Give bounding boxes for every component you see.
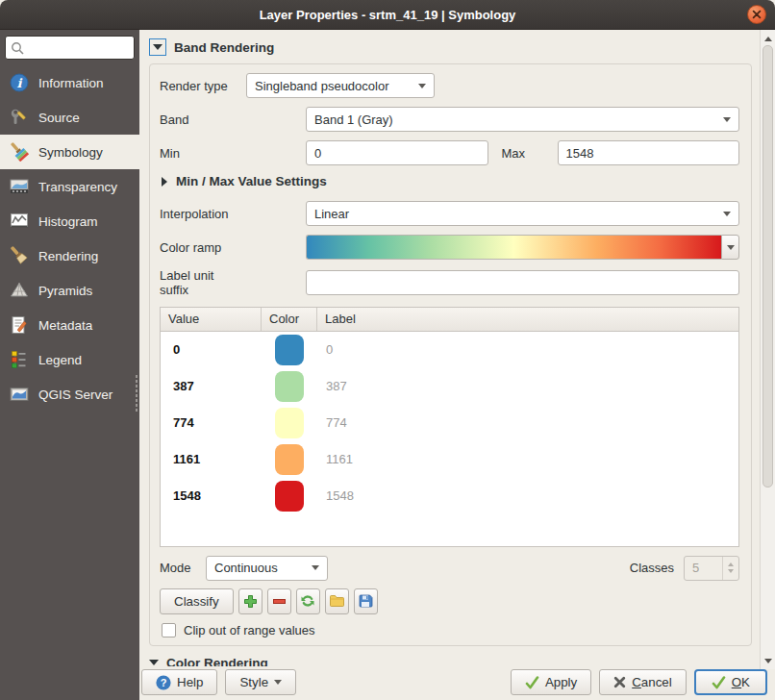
cancel-button[interactable]: Cancel: [599, 669, 687, 695]
band-rendering-title: Band Rendering: [174, 40, 274, 55]
close-icon: [752, 10, 762, 19]
table-row[interactable]: 15481548: [161, 478, 738, 514]
close-button[interactable]: [747, 5, 766, 24]
info-icon: i: [9, 72, 30, 93]
sidebar-item-symbology[interactable]: Symbology: [0, 135, 139, 169]
add-button[interactable]: [238, 588, 262, 614]
help-button[interactable]: ? Help: [141, 669, 217, 695]
table-row[interactable]: 11611161: [161, 441, 738, 478]
rendering-icon: [9, 245, 30, 266]
folder-icon: [329, 593, 344, 609]
max-value: 1548: [566, 146, 594, 161]
color-ramp-control[interactable]: [306, 235, 739, 260]
row-value[interactable]: 387: [161, 379, 262, 393]
row-label[interactable]: 1548: [317, 488, 354, 503]
color-swatch[interactable]: [275, 408, 304, 438]
refresh-button[interactable]: [296, 588, 320, 614]
sidebar-item-metadata[interactable]: Metadata: [0, 308, 139, 342]
color-map-body: 003873877747741161116115481548: [161, 332, 738, 514]
render-type-select[interactable]: Singleband pseudocolor: [246, 73, 435, 98]
band-rendering-group: Render type Singleband pseudocolor Band …: [149, 63, 752, 646]
color-map-table[interactable]: Value Color Label 0038738777477411611161…: [160, 307, 739, 547]
window-title: Layer Properties - srtm_41_19 | Symbolog…: [260, 8, 516, 22]
color-swatch[interactable]: [275, 481, 304, 512]
remove-icon: [272, 594, 287, 609]
interpolation-value: Linear: [314, 207, 349, 221]
render-type-label: Render type: [160, 79, 246, 93]
classify-toolbar: [238, 588, 378, 614]
splitter-handle[interactable]: [135, 374, 138, 412]
row-value[interactable]: 1161: [161, 452, 262, 466]
sidebar-item-information[interactable]: iInformation: [0, 65, 139, 100]
transparency-icon: [9, 176, 30, 197]
histogram-icon: [9, 211, 30, 232]
band-rendering-collapse-button[interactable]: [149, 38, 166, 56]
scrollbar-thumb[interactable]: [762, 45, 773, 488]
classes-value: 5: [685, 561, 722, 575]
render-type-value: Singleband pseudocolor: [255, 79, 389, 93]
remove-button[interactable]: [267, 588, 291, 614]
sidebar-item-legend[interactable]: Legend: [0, 342, 139, 377]
legend-icon: [9, 349, 30, 370]
table-row[interactable]: 387387: [161, 368, 738, 405]
band-value: Band 1 (Gray): [314, 112, 393, 127]
column-header-value[interactable]: Value: [161, 308, 262, 331]
label-unit-suffix-label: Label unit suffix: [160, 268, 306, 298]
color-ramp-dropdown-button[interactable]: [721, 235, 739, 260]
scroll-up-icon[interactable]: [761, 32, 775, 45]
color-swatch[interactable]: [275, 335, 304, 365]
minmax-settings-collapse-button[interactable]: [162, 177, 167, 187]
interpolation-select[interactable]: Linear: [306, 201, 739, 226]
table-row[interactable]: 00: [161, 332, 738, 368]
chevron-down-icon: [723, 117, 731, 122]
apply-button[interactable]: Apply: [511, 669, 591, 695]
color-ramp-preview[interactable]: [306, 235, 721, 260]
row-label[interactable]: 0: [317, 342, 333, 357]
row-value[interactable]: 1548: [161, 488, 262, 503]
color-swatch[interactable]: [275, 371, 304, 402]
titlebar[interactable]: Layer Properties - srtm_41_19 | Symbolog…: [0, 0, 775, 30]
column-header-label[interactable]: Label: [317, 308, 738, 331]
save-button[interactable]: [354, 588, 378, 614]
sidebar-item-transparency[interactable]: Transparency: [0, 169, 139, 204]
color-swatch[interactable]: [275, 444, 304, 475]
style-button[interactable]: Style: [225, 669, 296, 695]
sidebar-item-rendering[interactable]: Rendering: [0, 238, 139, 273]
max-input[interactable]: 1548: [558, 140, 740, 165]
ok-button[interactable]: OK: [694, 669, 767, 695]
min-input[interactable]: 0: [306, 140, 488, 165]
classify-button[interactable]: Classify: [160, 588, 234, 614]
symbology-page: Band Rendering Render type Singleband ps…: [139, 30, 775, 700]
save-icon: [358, 593, 373, 609]
spinner-arrows-icon[interactable]: [722, 557, 738, 580]
column-header-color[interactable]: Color: [262, 308, 317, 331]
row-label[interactable]: 1161: [317, 452, 353, 466]
table-row[interactable]: 774774: [161, 405, 738, 441]
classes-spinner[interactable]: 5: [684, 556, 739, 581]
search-icon: [11, 41, 24, 55]
vertical-scrollbar[interactable]: [760, 30, 775, 669]
sidebar-item-label: Transparency: [38, 180, 117, 194]
sidebar-item-label: Metadata: [38, 318, 92, 333]
label-unit-suffix-input[interactable]: [306, 270, 739, 295]
sidebar-item-label: Information: [38, 76, 104, 90]
folder-button[interactable]: [325, 588, 349, 614]
color-rendering-collapse-button[interactable]: [149, 660, 159, 665]
mode-select[interactable]: Continuous: [206, 556, 328, 581]
row-value[interactable]: 774: [161, 415, 262, 430]
sidebar-item-histogram[interactable]: Histogram: [0, 204, 139, 238]
pyramids-icon: [9, 280, 30, 301]
sidebar-item-label: Histogram: [38, 214, 98, 229]
clip-out-of-range-checkbox[interactable]: [162, 623, 176, 638]
sidebar-item-source[interactable]: Source: [0, 100, 139, 135]
row-label[interactable]: 387: [317, 379, 347, 393]
sidebar-item-qgis-server[interactable]: QGIS Server: [0, 377, 139, 412]
row-label[interactable]: 774: [317, 415, 347, 430]
cancel-x-icon: [613, 676, 626, 688]
scroll-down-icon[interactable]: [761, 654, 775, 667]
sidebar-item-pyramids[interactable]: Pyramids: [0, 273, 139, 308]
search-input[interactable]: [5, 36, 135, 60]
chevron-down-icon: [723, 212, 731, 216]
row-value[interactable]: 0: [161, 342, 262, 357]
band-select[interactable]: Band 1 (Gray): [306, 107, 739, 132]
